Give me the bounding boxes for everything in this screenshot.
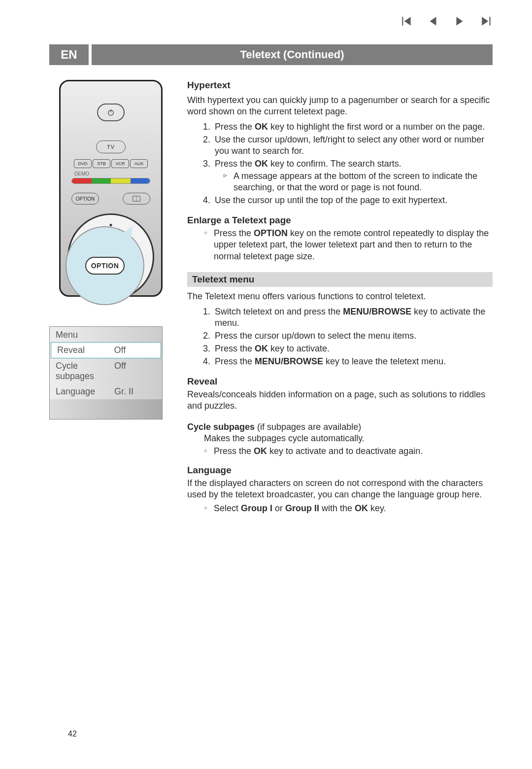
language-bullet: Select Group I or Group II with the OK k…: [204, 503, 493, 514]
mode-stb: STB: [93, 159, 110, 168]
reveal-text: Reveals/conceals hidden information on a…: [187, 389, 493, 412]
language-text: If the displayed characters on screen do…: [187, 478, 493, 501]
section-bar-teletext-menu: Teletext menu: [187, 272, 493, 287]
mode-vcr: VCR: [111, 159, 129, 168]
enlarge-bullet: Press the OPTION key on the remote contr…: [204, 228, 493, 262]
mode-dvd: DVD: [74, 159, 92, 168]
heading-reveal: Reveal: [187, 376, 493, 387]
menu-row-language: Language Gr. II: [50, 384, 162, 399]
language-badge: EN: [49, 44, 89, 65]
demo-label: DEMO: [74, 171, 89, 176]
option-callout-label: OPTION: [85, 257, 125, 275]
tv-button: TV: [96, 140, 126, 153]
page-number: 42: [68, 730, 77, 738]
hypertext-steps: Press the OK key to highlight the first …: [213, 121, 493, 207]
hypertext-step-3: Press the OK key to confirm. The search …: [213, 158, 493, 194]
cycle-bullet: Press the OK key to activate and to deac…: [204, 446, 493, 457]
menu-step-1: Switch teletext on and press the MENU/BR…: [213, 306, 493, 330]
remote-illustration: TV DVD STB VCR AUX DEMO OPTION: [59, 80, 163, 297]
hypertext-intro: With hypertext you can quickly jump to a…: [187, 95, 493, 118]
hypertext-step-4: Use the cursor up until the top of the p…: [213, 194, 493, 207]
page-title: Teletext (Continued): [92, 44, 493, 65]
hypertext-step-1: Press the OK key to highlight the first …: [213, 121, 493, 134]
heading-hypertext: Hypertext: [187, 80, 493, 91]
hypertext-step-2: Use the cursor up/down, left/right to se…: [213, 134, 493, 158]
last-page-icon[interactable]: [480, 15, 493, 30]
menu-steps: Switch teletext on and press the MENU/BR…: [213, 306, 493, 368]
mode-buttons: DVD STB VCR AUX: [74, 159, 148, 168]
cycle-heading-line: Cycle subpages (if subpages are availabl…: [187, 422, 493, 432]
page-header: EN Teletext (Continued): [49, 44, 493, 65]
power-button-icon: [97, 104, 125, 121]
option-callout: OPTION: [66, 226, 144, 305]
first-page-icon[interactable]: [400, 15, 413, 30]
option-button-small: OPTION: [71, 193, 99, 205]
menu-step-4: Press the MENU/BROWSE key to leave the t…: [213, 355, 493, 368]
heading-language: Language: [187, 465, 493, 476]
menu-step-2: Press the cursor up/down to select the m…: [213, 330, 493, 343]
prev-page-icon[interactable]: [427, 15, 439, 30]
teletext-icon: [123, 193, 150, 205]
hypertext-step-3-sub: A message appears at the bottom of the s…: [224, 171, 493, 193]
menu-row-reveal: Reveal Off: [51, 342, 161, 358]
color-buttons: [71, 178, 150, 184]
heading-enlarge: Enlarge a Teletext page: [187, 215, 493, 226]
mode-aux: AUX: [130, 159, 148, 168]
cycle-text: Makes the subpages cycle automatically.: [204, 433, 493, 444]
menu-header: Menu: [50, 327, 162, 342]
menu-intro: The Teletext menu offers various functio…: [187, 291, 493, 302]
content-column: Hypertext With hypertext you can quickly…: [187, 80, 493, 514]
pdf-nav-icons: [400, 15, 493, 30]
menu-step-3: Press the OK key to activate.: [213, 343, 493, 355]
teletext-menu-preview: Menu Reveal Off Cycle subpages Off Langu…: [49, 326, 163, 419]
next-page-icon[interactable]: [453, 15, 466, 30]
menu-row-cycle: Cycle subpages Off: [50, 358, 162, 384]
